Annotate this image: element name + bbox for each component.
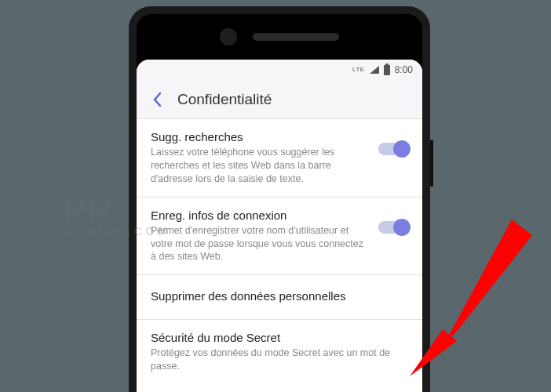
- item-title: Sécurité du mode Secret: [151, 331, 408, 344]
- item-title: Enreg. infos de connexion: [151, 209, 369, 222]
- app-bar: Confidentialité: [137, 80, 422, 119]
- front-sensor: [220, 28, 237, 45]
- chevron-left-icon: [151, 92, 162, 107]
- item-title: Supprimer des données personnelles: [151, 289, 408, 303]
- toggle-switch[interactable]: [378, 221, 408, 234]
- phone-frame: LTE 8:00 Confidentialité Sugg. recherche…: [129, 6, 430, 392]
- item-search-suggestions[interactable]: Sugg. recherches Laissez votre téléphone…: [137, 119, 422, 198]
- item-delete-personal-data[interactable]: Supprimer des données personnelles: [137, 275, 422, 320]
- settings-list: Sugg. recherches Laissez votre téléphone…: [137, 119, 422, 384]
- phone-top-bezel: [137, 14, 422, 60]
- item-subtitle: Protégez vos données du mode Secret avec…: [151, 347, 408, 373]
- status-network: LTE: [352, 67, 365, 73]
- phone-side-button: [430, 140, 433, 187]
- svg-marker-1: [442, 220, 532, 348]
- item-title: Sugg. recherches: [151, 130, 369, 143]
- item-subtitle: Permet d'enregistrer votre nom d'utilisa…: [151, 224, 369, 264]
- item-subtitle: Laissez votre téléphone vous suggérer le…: [151, 146, 369, 186]
- toggle-switch[interactable]: [378, 143, 408, 155]
- phone-speaker: [253, 33, 339, 41]
- status-time: 8:00: [395, 64, 413, 75]
- item-secret-mode-security[interactable]: Sécurité du mode Secret Protégez vos don…: [137, 320, 422, 384]
- watermark-line1: PR: [63, 191, 114, 229]
- item-save-login-info[interactable]: Enreg. infos de connexion Permet d'enreg…: [137, 198, 422, 276]
- phone-inner: LTE 8:00 Confidentialité Sugg. recherche…: [137, 14, 422, 392]
- network-label: LTE: [352, 67, 365, 73]
- battery-icon: [384, 65, 390, 75]
- signal-icon: [370, 66, 379, 74]
- page-title: Confidentialité: [177, 91, 272, 108]
- phone-screen: LTE 8:00 Confidentialité Sugg. recherche…: [137, 60, 422, 392]
- back-button[interactable]: [144, 87, 170, 112]
- status-bar: LTE 8:00: [137, 60, 422, 80]
